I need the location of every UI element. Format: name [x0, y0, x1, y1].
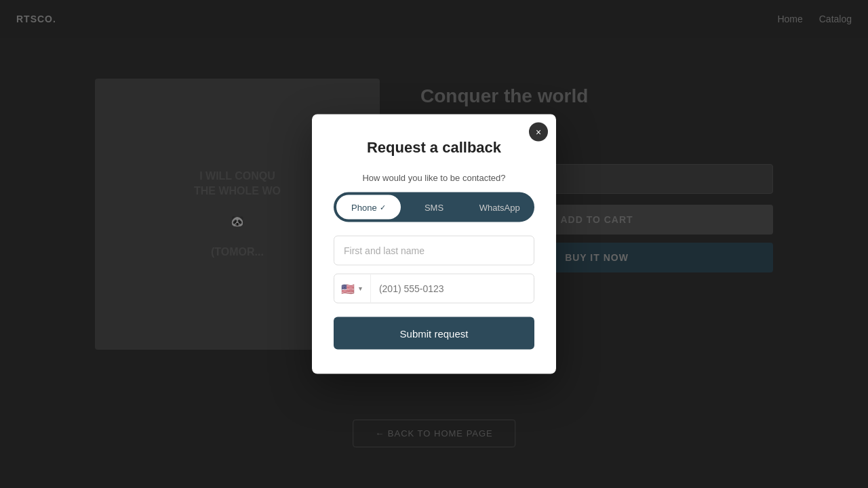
caret-down-icon: ▼ — [357, 285, 363, 292]
name-input[interactable] — [334, 236, 534, 266]
phone-toggle-label: Phone — [351, 202, 377, 212]
us-flag-icon: 🇺🇸 — [341, 282, 355, 295]
phone-input[interactable] — [371, 274, 534, 303]
submit-request-button[interactable]: Submit request — [334, 317, 534, 350]
sms-toggle-label: SMS — [425, 202, 443, 212]
phone-toggle-button[interactable]: Phone ✓ — [336, 195, 401, 220]
phone-input-wrapper: 🇺🇸 ▼ — [334, 274, 534, 304]
whatsapp-toggle-button[interactable]: WhatsApp — [467, 195, 532, 220]
contact-method-toggle: Phone ✓ SMS WhatsApp — [334, 192, 534, 222]
modal-title: Request a callback — [334, 139, 534, 157]
callback-modal: × Request a callback How would you like … — [312, 115, 556, 374]
whatsapp-toggle-label: WhatsApp — [479, 202, 520, 212]
sms-toggle-button[interactable]: SMS — [402, 195, 467, 220]
check-icon: ✓ — [380, 203, 386, 211]
country-flag-selector[interactable]: 🇺🇸 ▼ — [334, 274, 371, 303]
modal-close-button[interactable]: × — [529, 123, 548, 142]
modal-question: How would you like to be contacted? — [334, 173, 534, 183]
